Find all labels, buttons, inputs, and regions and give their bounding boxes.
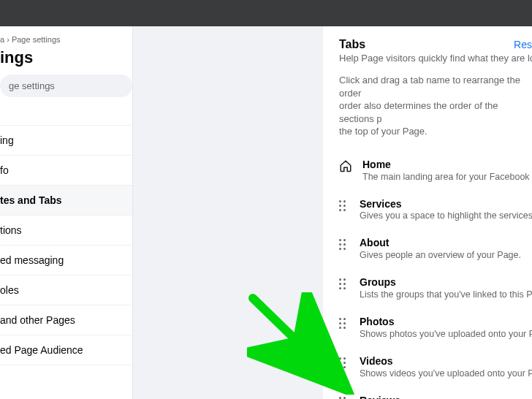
tabs-subtitle: Help Page visitors quickly find what the… xyxy=(339,53,532,64)
drag-handle-icon[interactable] xyxy=(339,200,349,212)
tabs-panel: Tabs Res Help Page visitors quickly find… xyxy=(323,26,532,399)
sidebar-item-7[interactable]: and other Pages xyxy=(0,305,132,335)
sidebar-item-1[interactable]: ing xyxy=(0,126,132,156)
tab-row-services[interactable]: Services Gives you a space to highlight … xyxy=(339,191,532,230)
drag-handle-icon[interactable] xyxy=(339,278,349,290)
home-icon xyxy=(339,159,352,172)
tab-desc: Gives people an overview of your Page. xyxy=(360,250,521,260)
search-placeholder: ge settings xyxy=(9,80,55,91)
breadcrumb: a › Page settings xyxy=(0,32,132,48)
sidebar-item-8[interactable]: ed Page Audience xyxy=(0,335,132,365)
top-bar xyxy=(0,0,532,26)
reset-link[interactable]: Res xyxy=(514,39,532,50)
tab-desc: Shows photos you've uploaded onto your P… xyxy=(360,329,532,339)
tab-row-photos[interactable]: Photos Shows photos you've uploaded onto… xyxy=(339,308,532,348)
tab-name: Services xyxy=(360,198,532,210)
tab-desc: Lists the groups that you've linked to t… xyxy=(360,289,532,300)
drag-handle-icon[interactable] xyxy=(339,357,349,369)
tab-list: Home The main landing area for your Face… xyxy=(339,151,532,399)
tab-name: Home xyxy=(362,159,532,171)
tab-desc: Gives you a space to highlight the servi… xyxy=(360,210,532,221)
drag-handle-icon[interactable] xyxy=(339,239,349,251)
tab-row-reviews[interactable]: Reviews Shows reviews on your Page and a… xyxy=(339,387,532,399)
tab-desc: Shows videos you've uploaded onto your P… xyxy=(360,368,532,379)
settings-sidebar: a › Page settings ings ge settings ing f… xyxy=(0,26,133,399)
tab-name: Groups xyxy=(360,276,532,289)
drag-handle-icon[interactable] xyxy=(339,397,349,399)
drag-handle-icon[interactable] xyxy=(339,318,349,330)
sidebar-nav: ing fo tes and Tabs tions ed messaging o… xyxy=(0,107,132,365)
tab-name: Reviews xyxy=(360,395,532,399)
tab-name: About xyxy=(360,237,521,249)
tabs-description: Click and drag a tab name to rearrange t… xyxy=(339,74,532,138)
sidebar-item-6[interactable]: oles xyxy=(0,276,132,305)
sidebar-item-templates-and-tabs[interactable]: tes and Tabs xyxy=(0,186,132,216)
layout-gap xyxy=(133,26,323,399)
sidebar-item-4[interactable]: tions xyxy=(0,216,132,246)
sidebar-item-0[interactable] xyxy=(0,107,132,126)
search-input[interactable]: ge settings xyxy=(0,75,132,97)
tab-name: Videos xyxy=(360,355,532,368)
tab-desc: The main landing area for your Facebook … xyxy=(362,172,532,182)
tab-row-groups[interactable]: Groups Lists the groups that you've link… xyxy=(339,269,532,308)
page-title: ings xyxy=(0,48,132,75)
tab-name: Photos xyxy=(360,316,532,328)
tab-row-about[interactable]: About Gives people an overview of your P… xyxy=(339,229,532,269)
tabs-title: Tabs xyxy=(339,38,365,51)
sidebar-item-2[interactable]: fo xyxy=(0,156,132,186)
tab-row-videos[interactable]: Videos Shows videos you've uploaded onto… xyxy=(339,348,532,387)
sidebar-item-5[interactable]: ed messaging xyxy=(0,246,132,276)
tab-row-home[interactable]: Home The main landing area for your Face… xyxy=(339,151,532,191)
